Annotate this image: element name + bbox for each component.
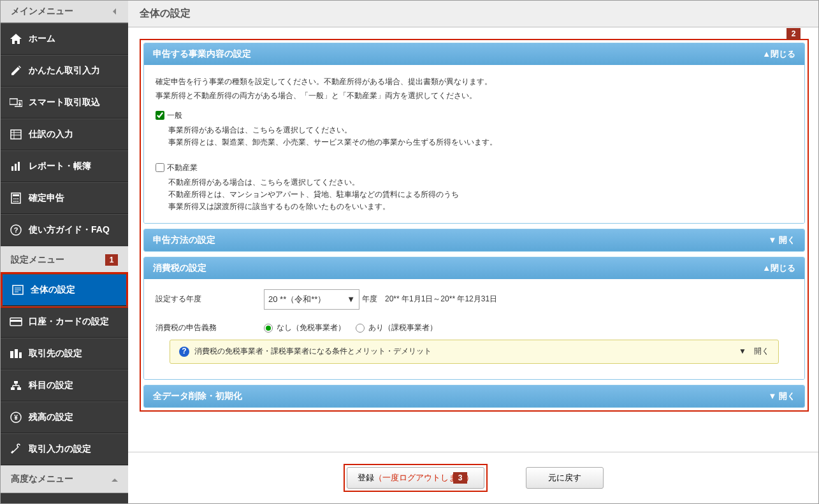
register-text: 登録 (358, 473, 374, 482)
help-icon: ? (8, 224, 24, 236)
general-business-checkbox[interactable] (156, 111, 164, 120)
svg-rect-29 (17, 387, 21, 390)
svg-point-15 (17, 201, 18, 202)
desc-line: 事業所得とは、製造業、卸売業、小売業、サービス業その他の事業から生ずる所得をいい… (168, 136, 793, 148)
nav-easy-entry[interactable]: かんたん取引入力 (1, 55, 128, 87)
nav-label: レポート・帳簿 (29, 161, 91, 172)
nav-label: スマート取引取込 (29, 97, 100, 108)
svg-rect-5 (11, 166, 13, 171)
tax-duty-row: 消費税の申告義務 なし（免税事業者） あり（課税事業者） (156, 321, 793, 335)
nav-label: 全体の設定 (31, 284, 75, 296)
desc-line: 不動産所得がある場合は、こちらを選択してください。 (168, 176, 793, 189)
nav-label: かんたん取引入力 (29, 65, 100, 76)
dropdown-icon: ▼ (347, 292, 355, 306)
consumption-tax-panel: 消費税の設定 ▲閉じる 設定する年度 20 **（令和**） ▼ 年度 20**… (143, 257, 805, 380)
nav-account-card-settings[interactable]: 口座・カードの設定 (1, 306, 128, 338)
nav-smart-import[interactable]: スマート取引取込 (1, 87, 128, 119)
business-type-panel-header[interactable]: 申告する事業内容の設定 ▲閉じる (144, 43, 804, 65)
desc-line: 事業所得と不動産所得の両方がある場合、「一般」と「不動産業」両方を選択してくださ… (156, 89, 793, 103)
nav-home[interactable]: ホーム (1, 23, 128, 55)
home-icon (8, 32, 24, 45)
realestate-label: 不動産業 (167, 161, 198, 175)
svg-text:?: ? (14, 226, 18, 234)
footer-buttons: 3 登録（一度ログアウトします） 元に戻す (128, 452, 818, 503)
main-menu-title: メインメニュー (11, 6, 73, 17)
nav-overall-settings[interactable]: 全体の設定 (3, 274, 126, 306)
desc-line: 不動産所得とは、マンションやアパート、貸地、駐車場などの賃料による所得のうち (168, 189, 793, 201)
panel-title: 全データ削除・初期化 (153, 391, 242, 402)
highlight-overall-settings: 全体の設定 (1, 272, 128, 308)
realestate-option: 不動産業 (156, 161, 793, 175)
business-type-panel-body: 確定申告を行う事業の種類を設定してください。不動産所得がある場合、提出書類が異な… (144, 65, 804, 223)
settings-menu-header: 設定メニュー 1 (1, 246, 128, 274)
nav-label: 確定申告 (29, 192, 64, 204)
highlight-settings-panels: 申告する事業内容の設定 ▲閉じる 確定申告を行う事業の種類を設定してください。不… (140, 39, 809, 412)
advanced-menu-header[interactable]: 高度なメニュー (1, 465, 128, 493)
nav-help-faq[interactable]: ? 使い方ガイド・FAQ (1, 214, 128, 246)
nav-label: 使い方ガイド・FAQ (29, 224, 110, 236)
settings-menu-title: 設定メニュー (11, 254, 64, 266)
nav-tax-return[interactable]: 確定申告 (1, 182, 128, 214)
tools-icon (8, 443, 24, 456)
collapse-sidebar-icon[interactable] (109, 6, 120, 17)
revert-text: 元に戻す (548, 473, 581, 482)
pencil-icon (8, 64, 24, 77)
sidebar: メインメニュー ホーム かんたん取引入力 スマート取引取込 仕訳の入力 レポート… (1, 1, 128, 503)
radio-label: あり（課税事業者） (368, 321, 437, 335)
panel-title: 申告方法の設定 (153, 234, 215, 246)
nav-label: ホーム (29, 33, 55, 45)
nav-label: 口座・カードの設定 (29, 316, 109, 328)
year-row: 設定する年度 20 **（令和**） ▼ 年度 20** 年1月1日～20** … (156, 289, 793, 309)
year-select[interactable]: 20 **（令和**） ▼ (264, 289, 359, 309)
general-business-option: 一般 (156, 109, 793, 123)
svg-rect-0 (10, 99, 17, 104)
svg-rect-26 (19, 352, 22, 358)
nav-reports[interactable]: レポート・帳簿 (1, 150, 128, 182)
expand-up-icon (112, 474, 118, 484)
import-icon (8, 96, 24, 109)
nav-subject-settings[interactable]: 科目の設定 (1, 370, 128, 401)
revert-button[interactable]: 元に戻す (526, 467, 604, 489)
svg-point-12 (17, 198, 18, 199)
svg-point-13 (13, 201, 15, 202)
year-suffix: 年度 (362, 292, 377, 306)
tax-duty-none-radio[interactable]: なし（免税事業者） (264, 321, 345, 335)
main-content: 全体の設定 2 申告する事業内容の設定 ▲閉じる 確定申告を行う事業の種類を設定… (128, 1, 818, 503)
business-type-panel: 申告する事業内容の設定 ▲閉じる 確定申告を行う事業の種類を設定してください。不… (143, 43, 805, 224)
advanced-menu-title: 高度なメニュー (11, 473, 73, 485)
panel-open-toggle: ▼ 開く (769, 234, 795, 246)
settings-form-icon (10, 284, 25, 296)
desc-line: 事業所得がある場合は、こちらを選択してください。 (168, 124, 793, 136)
svg-rect-28 (11, 387, 15, 390)
consumption-tax-panel-header[interactable]: 消費税の設定 ▲閉じる (144, 257, 804, 279)
general-business-desc: 事業所得がある場合は、こちらを選択してください。 事業所得とは、製造業、卸売業、… (168, 124, 793, 148)
svg-rect-9 (13, 194, 19, 196)
hierarchy-icon (8, 379, 24, 392)
callout-1-badge: 1 (105, 254, 118, 266)
tax-info-box[interactable]: ? 消費税の免税事業者・課税事業者になる条件とメリット・デメリット ▼ 開く (170, 340, 779, 364)
card-icon (8, 315, 24, 328)
nav-balance-settings[interactable]: ¥ 残高の設定 (1, 401, 128, 433)
delete-data-panel-header[interactable]: 全データ削除・初期化 ▼ 開く (144, 385, 804, 407)
main-menu-header: メインメニュー (1, 1, 128, 23)
filing-method-panel-header[interactable]: 申告方法の設定 ▼ 開く (144, 229, 804, 251)
callout-2-badge: 2 (786, 28, 801, 40)
nav-input-settings[interactable]: 取引入力の設定 (1, 433, 128, 465)
tax-duty-yes-radio[interactable]: あり（課税事業者） (356, 321, 437, 335)
page-title: 全体の設定 (128, 1, 818, 27)
desc-line: 確定申告を行う事業の種類を設定してください。不動産所得がある場合、提出書類が異な… (156, 75, 793, 89)
realestate-checkbox[interactable] (156, 163, 164, 172)
svg-point-11 (15, 198, 17, 199)
button-group: 登録（一度ログアウトします） 元に戻す (344, 464, 604, 492)
nav-partner-settings[interactable]: 取引先の設定 (1, 338, 128, 370)
chart-icon (8, 160, 24, 173)
nav-journal-entry[interactable]: 仕訳の入力 (1, 119, 128, 150)
nav-label: 取引先の設定 (29, 348, 82, 359)
journal-icon (8, 128, 24, 141)
radio-label: なし（免税事業者） (277, 321, 345, 335)
svg-rect-27 (14, 381, 18, 384)
tax-duty-label: 消費税の申告義務 (156, 321, 264, 335)
svg-rect-7 (18, 162, 20, 171)
app-root: メインメニュー ホーム かんたん取引入力 スマート取引取込 仕訳の入力 レポート… (0, 0, 819, 504)
year-range: 20** 年1月1日～20** 年12月31日 (385, 292, 497, 306)
